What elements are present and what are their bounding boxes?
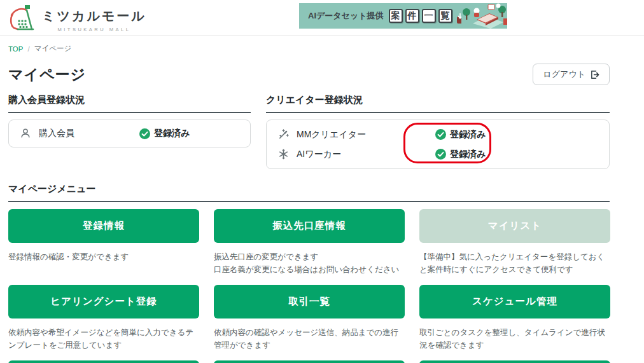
menu-item: 振込先口座情報 振込先口座の変更ができます 口座名義が変更になる場合はお問い合わ…: [214, 209, 405, 276]
menu-button-my-list: マイリスト: [419, 209, 610, 243]
menu-button-auto-documents[interactable]: 書類自動発行: [214, 360, 405, 363]
menu-item: マイリスト 【準備中】気に入ったクリエイターを登録しておくと案件時にすぐにアクセ…: [419, 209, 610, 276]
menu-button-bank-account[interactable]: 振込先口座情報: [214, 209, 405, 243]
mypage-menu-section: マイページメニュー 登録情報 登録情報の確認・変更ができます 振込先口座情報 振…: [8, 183, 610, 363]
breadcrumb-top-link[interactable]: TOP: [8, 45, 23, 53]
hub-icon: [276, 148, 290, 160]
purchase-status-section: 購入会員登録状況 購入会員 登録済み: [8, 94, 251, 169]
menu-button-files[interactable]: ファイル一覧: [8, 360, 199, 363]
check-circle-icon: [435, 129, 446, 140]
check-circle-icon: [139, 128, 150, 139]
creator-section-heading: クリエイター登録状況: [266, 94, 610, 113]
purchase-member-card: 購入会員 登録済み: [8, 120, 251, 147]
page-title: マイページ: [8, 65, 86, 85]
menu-item: スケジュール管理 取引ごとのタスクを整理し、タイムラインで進行状況を確認できます: [419, 285, 610, 352]
creator-row-ai: AIワーカー 登録済み: [276, 144, 599, 164]
menu-section-heading: マイページメニュー: [8, 183, 610, 202]
purchase-member-label: 購入会員: [39, 128, 139, 139]
ai-dataset-banner[interactable]: AIデータセット提供 案 件 一 覧: [299, 3, 507, 29]
menu-item: ヒアリングシート登録 依頼内容や希望イメージなどを簡単に入力できるテンプレートを…: [8, 285, 199, 352]
banner-box-char: 一: [422, 9, 436, 23]
status-badge-label: 登録済み: [154, 128, 190, 139]
house-logo-icon: [9, 4, 37, 32]
purchase-section-heading: 購入会員登録状況: [8, 94, 251, 113]
status-badge: 登録済み: [139, 128, 190, 139]
menu-grid: 登録情報 登録情報の確認・変更ができます 振込先口座情報 振込先口座の変更ができ…: [8, 209, 610, 363]
menu-description: 取引ごとのタスクを整理し、タイムラインで進行状況を確認できます: [419, 326, 610, 352]
banner-box-char: 覧: [438, 9, 452, 23]
menu-description: 【準備中】気に入ったクリエイターを登録しておくと案件時にすぐにアクセスできて便利…: [419, 250, 610, 276]
check-circle-icon: [435, 149, 446, 160]
menu-button-registration-info[interactable]: 登録情報: [8, 209, 199, 243]
status-badge: 登録済み: [435, 149, 486, 160]
logo-title: ミツカルモール: [42, 8, 146, 25]
banner-label: AIデータセット提供: [308, 10, 384, 22]
logout-button-label: ログアウト: [543, 69, 585, 80]
menu-description: 依頼内容や希望イメージなどを簡単に入力できるテンプレートをご用意しています: [8, 326, 199, 352]
my-page: ミツカルモール MITSUKARU MALL AIデータセット提供 案 件 一 …: [0, 0, 644, 363]
menu-item: 書類自動発行: [214, 360, 405, 363]
site-logo[interactable]: ミツカルモール MITSUKARU MALL: [9, 4, 146, 32]
creator-status-card: MMクリエイター 登録済み: [266, 120, 610, 169]
menu-description: 登録情報の確認・変更ができます: [8, 250, 199, 276]
banner-box-char: 案: [389, 9, 403, 23]
magic-wand-icon: [276, 128, 290, 140]
status-badge-label: 登録済み: [450, 149, 486, 160]
logout-icon: [590, 70, 599, 79]
creator-row-mm: MMクリエイター 登録済み: [276, 125, 599, 144]
creator-status-section: クリエイター登録状況 MMクリエイター: [266, 94, 610, 169]
banner-box-char: 件: [405, 9, 419, 23]
menu-item: ファイル一覧: [8, 360, 199, 363]
banner-boxed-title: 案 件 一 覧: [389, 9, 452, 23]
menu-item: 登録情報 登録情報の確認・変更ができます: [8, 209, 199, 276]
menu-item: 支払明細書ダウンロード: [419, 360, 610, 363]
menu-description: 依頼内容の確認やメッセージ送信、納品までの進行管理ができます: [214, 326, 405, 352]
breadcrumb: TOP / マイページ: [8, 44, 644, 53]
menu-description: 振込先口座の変更ができます 口座名義が変更になる場合はお問い合わせください: [214, 250, 405, 276]
breadcrumb-separator: /: [27, 45, 29, 53]
banner-illustration: [461, 3, 507, 29]
site-header: ミツカルモール MITSUKARU MALL AIデータセット提供 案 件 一 …: [0, 0, 644, 36]
logout-button[interactable]: ログアウト: [533, 64, 610, 85]
creator-ai-label: AIワーカー: [297, 149, 435, 160]
menu-button-payment-statement[interactable]: 支払明細書ダウンロード: [419, 360, 610, 363]
status-badge-label: 登録済み: [450, 129, 486, 140]
menu-item: 取引一覧 依頼内容の確認やメッセージ送信、納品までの進行管理ができます: [214, 285, 405, 352]
menu-button-schedule[interactable]: スケジュール管理: [419, 285, 610, 318]
menu-button-transactions[interactable]: 取引一覧: [214, 285, 405, 318]
logo-subtitle: MITSUKARU MALL: [57, 27, 130, 32]
status-badge: 登録済み: [435, 129, 486, 140]
creator-mm-label: MMクリエイター: [297, 129, 435, 140]
person-icon: [18, 128, 32, 139]
breadcrumb-current: マイページ: [34, 44, 72, 53]
menu-button-hearing-sheet[interactable]: ヒアリングシート登録: [8, 285, 199, 318]
